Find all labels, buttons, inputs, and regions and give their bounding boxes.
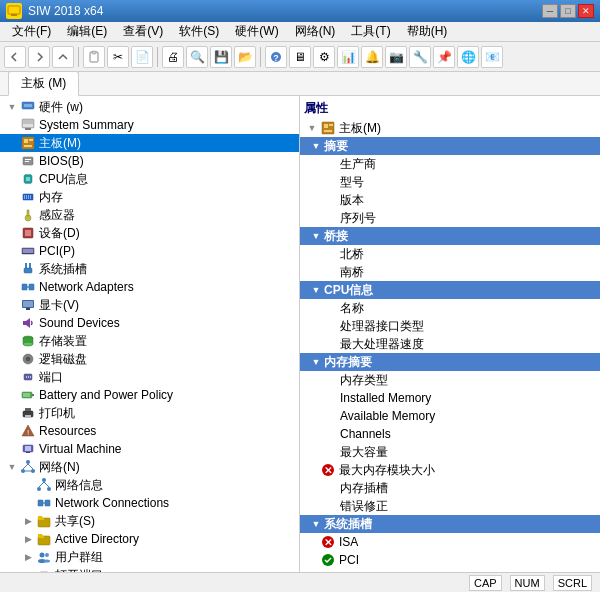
tree-node-mainboard: 主板(M) [0,134,299,152]
tree-node-netinfo: 网络信息 [0,476,299,494]
prop-error-icon-isa: ✕ [320,534,336,550]
tb-gear[interactable]: ⚙ [313,46,335,68]
prop-mainboard-header: ▼ 主板(M) [300,119,600,137]
expander-sysplugin [4,261,20,277]
tb-forward[interactable] [28,46,50,68]
pci-label: PCI(P) [39,244,75,258]
prop-manufacturer-label: 生产商 [340,156,376,173]
prop-error-icon-agr: ✕ [320,570,336,572]
svg-point-92 [45,553,49,557]
tb-print[interactable]: 🖨 [162,46,184,68]
svg-rect-47 [23,321,26,325]
tree-node-logicaldisk: 逻辑磁盘 [0,350,299,368]
prop-sysplugin-section[interactable]: ▼ 系统插槽 [300,515,600,533]
bios-label: BIOS(B) [39,154,84,168]
svg-rect-32 [27,210,29,216]
network-icon [20,459,36,475]
maximize-button[interactable]: □ [560,4,576,18]
tb-cut[interactable]: ✂ [107,46,129,68]
menu-help[interactable]: 帮助(H) [399,21,456,42]
prop-bridge-section[interactable]: ▼ 桥接 [300,227,600,245]
sysplugin-label: 系统插槽 [39,261,87,278]
svg-rect-57 [28,376,29,378]
close-button[interactable]: ✕ [578,4,594,18]
openport-label: 打开端口 [55,567,103,573]
openport-icon [36,567,52,572]
prop-cpu-section[interactable]: ▼ CPU信息 [300,281,600,299]
prop-row-mem-slots: 内存插槽 [300,479,600,497]
sound-label: Sound Devices [39,316,120,330]
expander-battery [4,387,20,403]
expander-network[interactable]: ▼ [4,459,20,475]
tb-camera[interactable]: 📷 [385,46,407,68]
mainboard-label: 主板(M) [39,135,81,152]
window-title: SIW 2018 x64 [28,4,103,18]
tab-mainboard[interactable]: 主板 (M) [8,71,79,96]
prop-mainboard-icon [320,120,336,136]
tb-search[interactable]: 🔍 [186,46,208,68]
tb-back[interactable] [4,46,26,68]
tb-monitor[interactable]: 🖥 [289,46,311,68]
prop-memory-section[interactable]: ▼ 内存摘要 [300,353,600,371]
tb-save[interactable]: 💾 [210,46,232,68]
hardware-label: 硬件 (w) [39,99,83,116]
tb-help[interactable]: ? [265,46,287,68]
menu-software[interactable]: 软件(S) [171,21,227,42]
prop-error-icon-1: ✕ [320,462,336,478]
tb-up[interactable] [52,46,74,68]
tree-node-activedir: ▶ Active Directory [0,530,299,548]
expander-activedir[interactable]: ▶ [20,531,36,547]
prop-agr-label: AGR [339,571,365,572]
tb-email[interactable]: 📧 [481,46,503,68]
prop-pci-label: PCI [339,553,359,567]
tb-chart[interactable]: 📊 [337,46,359,68]
prop-row-agr: ✕ AGR [300,569,600,572]
svg-marker-86 [38,516,43,518]
menu-tools[interactable]: 工具(T) [343,21,398,42]
expander-sound [4,315,20,331]
svg-point-90 [40,553,45,558]
system-summary-label: System Summary [39,118,134,132]
tb-open[interactable]: 📂 [234,46,256,68]
svg-rect-68 [25,446,31,451]
expander-logicaldisk [4,351,20,367]
expander-share[interactable]: ▶ [20,513,36,529]
tree-panel[interactable]: ▼ 硬件 (w) [0,96,300,572]
expander-usergroup[interactable]: ▶ [20,549,36,565]
svg-rect-3 [92,51,96,54]
svg-rect-63 [25,408,31,411]
battery-label: Battery and Power Policy [39,388,173,402]
network-adapters-icon [20,279,36,295]
expander-hardware[interactable]: ▼ [4,99,20,115]
tb-pin[interactable]: 📌 [433,46,455,68]
prop-row-cpu-socket: 处理器接口类型 [300,317,600,335]
prop-row-cpu-speed: 最大处理器速度 [300,335,600,353]
tb-clipboard[interactable] [83,46,105,68]
prop-northbridge-label: 北桥 [340,246,364,263]
prop-row-ecc: 错误修正 [300,497,600,515]
minimize-button[interactable]: ─ [542,4,558,18]
storage-icon [20,333,36,349]
display-icon [20,297,36,313]
tb-globe[interactable]: 🌐 [457,46,479,68]
prop-check-icon-pci [320,552,336,568]
menu-hardware[interactable]: 硬件(W) [227,21,286,42]
expander-sensor [4,207,20,223]
prop-title: 属性 [300,98,600,119]
expander-bios [4,153,20,169]
svg-point-54 [28,359,29,360]
menu-edit[interactable]: 编辑(E) [59,21,115,42]
menu-file[interactable]: 文件(F) [4,21,59,42]
netconn-icon [36,495,52,511]
menu-view[interactable]: 查看(V) [115,21,171,42]
menu-network[interactable]: 网络(N) [287,21,344,42]
tb-sep-1 [78,47,79,67]
svg-rect-38 [25,263,27,268]
status-cap: CAP [469,575,502,591]
prop-summary-section[interactable]: ▼ 摘要 [300,137,600,155]
tb-wrench[interactable]: 🔧 [409,46,431,68]
tb-copy[interactable]: 📄 [131,46,153,68]
tb-sep-3 [260,47,261,67]
tb-alert[interactable]: 🔔 [361,46,383,68]
expander-cpu [4,171,20,187]
